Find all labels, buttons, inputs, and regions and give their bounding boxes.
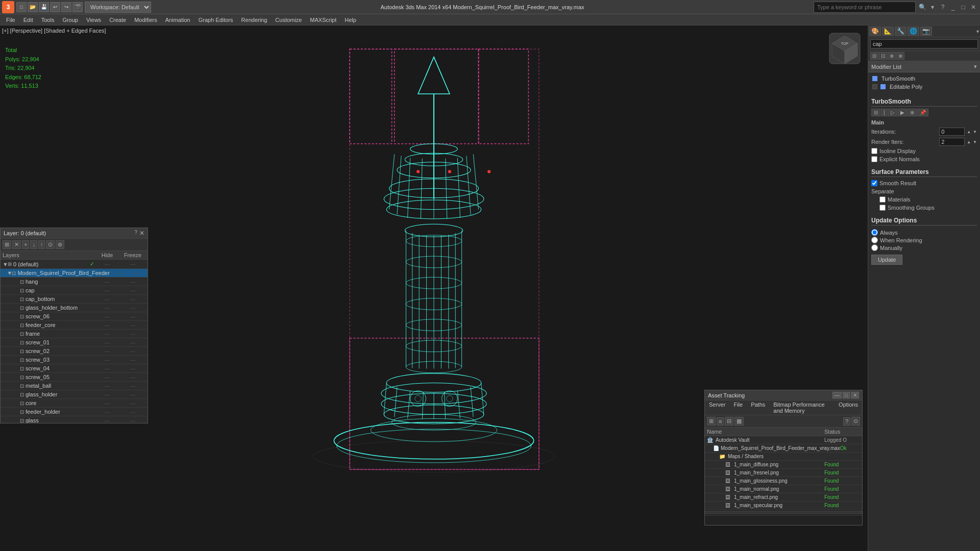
maximize-icon[interactable]: □ — [959, 3, 968, 12]
manually-radio[interactable] — [871, 244, 878, 251]
always-radio-label[interactable]: Always — [871, 229, 977, 236]
layers-icon5[interactable]: ↑ — [38, 240, 45, 249]
nav-cube[interactable]: TOP — [827, 31, 863, 66]
render-setup-btn[interactable]: 🎬 — [72, 2, 83, 12]
render-iters-up[interactable]: ▲ — [967, 140, 971, 144]
minimize-icon[interactable]: _ — [948, 3, 958, 12]
at-icon6[interactable]: ⊙ — [851, 417, 860, 425]
search-down-icon[interactable]: ▾ — [928, 3, 937, 12]
layer-item-6[interactable]: ⊡screw_06------ — [1, 312, 148, 321]
asset-item-5[interactable]: 🖼1_main_glossiness.pngFound — [705, 477, 862, 485]
layer-item-12[interactable]: ⊡screw_04------ — [1, 364, 148, 373]
asset-maximize-btn[interactable]: □ — [843, 392, 850, 398]
asset-item-0[interactable]: 🏦Autodesk VaultLogged O — [705, 436, 862, 444]
mt-icon4[interactable]: ⊗ — [896, 52, 904, 60]
object-name-input[interactable] — [870, 39, 978, 48]
menu-item-rendering[interactable]: Rendering — [237, 16, 272, 24]
ts-tb5[interactable]: ⊕ — [908, 109, 917, 116]
menu-item-edit[interactable]: Edit — [19, 16, 37, 24]
asset-close-btn[interactable]: ✕ — [851, 392, 859, 398]
at-icon5[interactable]: ? — [843, 417, 850, 425]
save-btn[interactable]: 💾 — [39, 2, 49, 12]
asset-item-4[interactable]: 🖼1_main_fresnel.pngFound — [705, 469, 862, 477]
iterations-spinner-up[interactable]: ▲ — [967, 130, 971, 134]
layer-item-17[interactable]: ⊡feeder_holder------ — [1, 408, 148, 416]
asset-scrollbar-track[interactable] — [705, 511, 862, 514]
layers-icon6[interactable]: ⊙ — [46, 240, 55, 249]
menu-item-animation[interactable]: Animation — [161, 16, 194, 24]
smoothing-groups-checkbox[interactable] — [879, 205, 886, 211]
close-icon[interactable]: ✕ — [969, 3, 978, 12]
modifier-item-editpoly[interactable]: Editable Poly — [870, 83, 978, 91]
rp-icon2[interactable]: 📐 — [882, 27, 894, 36]
when-rendering-radio-label[interactable]: When Rendering — [871, 236, 977, 244]
ts-tb2[interactable]: | — [881, 109, 888, 116]
menu-item-views[interactable]: Views — [82, 16, 105, 24]
layer-item-10[interactable]: ⊡screw_02------ — [1, 347, 148, 356]
layers-list[interactable]: ▼⊞0 (default)✓------▼⊡Modern_Squirrel_Pr… — [1, 260, 148, 423]
asset-item-3[interactable]: 🖼1_main_diffuse.pngFound — [705, 461, 862, 469]
mt-icon3[interactable]: ⊕ — [888, 52, 896, 60]
layer-item-0[interactable]: ▼⊞0 (default)✓------ — [1, 260, 148, 269]
at-icon4[interactable]: ▦ — [734, 417, 744, 425]
menu-item-help[interactable]: Help — [340, 16, 360, 24]
layer-item-13[interactable]: ⊡screw_05------ — [1, 373, 148, 382]
asset-menu-server[interactable]: Server — [705, 400, 729, 415]
menu-item-modifiers[interactable]: Modifiers — [130, 16, 161, 24]
asset-minimize-btn[interactable]: — — [832, 392, 842, 398]
ts-tb6[interactable]: 📌 — [917, 109, 928, 116]
layer-item-14[interactable]: ⊡metal_ball------ — [1, 382, 148, 390]
layer-item-9[interactable]: ⊡screw_01------ — [1, 338, 148, 347]
manually-radio-label[interactable]: Manually — [871, 244, 977, 252]
layer-item-1[interactable]: ▼⊡Modern_Squirrel_Proof_Bird_Feeder-----… — [1, 269, 148, 278]
at-icon1[interactable]: ⊞ — [707, 417, 716, 425]
asset-item-2[interactable]: 📁Maps / Shaders — [705, 453, 862, 461]
search-icon[interactable]: 🔍 — [918, 3, 927, 12]
layer-item-8[interactable]: ⊡frame------ — [1, 330, 148, 338]
menu-item-file[interactable]: File — [2, 16, 19, 24]
asset-panel-header[interactable]: Asset Tracking — □ ✕ — [705, 390, 862, 400]
asset-item-8[interactable]: 🖼1_main_specular.pngFound — [705, 502, 862, 510]
layers-icon2[interactable]: ✕ — [12, 240, 21, 249]
rp-icon3[interactable]: 🔧 — [895, 27, 906, 36]
menu-item-group[interactable]: Group — [58, 16, 82, 24]
asset-menu-options[interactable]: Options — [835, 400, 862, 415]
asset-item-6[interactable]: 🖼1_main_normal.pngFound — [705, 485, 862, 493]
mt-icon2[interactable]: ⊡ — [879, 52, 887, 60]
modifier-list-dropdown[interactable]: ▾ — [974, 63, 977, 70]
undo-btn[interactable]: ↩ — [50, 2, 60, 12]
isoline-checkbox[interactable] — [871, 148, 877, 154]
update-button[interactable]: Update — [871, 255, 902, 265]
menu-item-maxscript[interactable]: MAXScript — [306, 16, 340, 24]
asset-menu-file[interactable]: File — [729, 400, 747, 415]
layers-panel-header[interactable]: Layer: 0 (default) ? ✕ — [1, 228, 148, 239]
layers-help-btn[interactable]: ? — [134, 230, 137, 237]
ts-tb1[interactable]: ⊟ — [871, 109, 880, 116]
workspace-dropdown[interactable]: Workspace: Default — [85, 2, 151, 13]
search-input[interactable] — [814, 2, 916, 13]
rp-icon5[interactable]: 📷 — [920, 27, 932, 36]
materials-checkbox[interactable] — [879, 196, 886, 203]
layer-item-7[interactable]: ⊡feeder_core------ — [1, 321, 148, 330]
iterations-spinner-down[interactable]: ▼ — [973, 130, 977, 134]
iterations-input[interactable] — [939, 128, 965, 136]
asset-scrollbar[interactable] — [705, 510, 862, 515]
help-icon[interactable]: ? — [938, 3, 947, 12]
layers-icon4[interactable]: ↓ — [30, 240, 37, 249]
asset-menu-bitmap-performance-and-memory[interactable]: Bitmap Performance and Memory — [769, 400, 835, 415]
layer-item-15[interactable]: ⊡glass_holder------ — [1, 390, 148, 399]
rp-icon4[interactable]: 🌐 — [908, 27, 919, 36]
menu-item-tools[interactable]: Tools — [37, 16, 59, 24]
redo-btn[interactable]: ↪ — [61, 2, 71, 12]
render-iters-input[interactable] — [939, 138, 965, 146]
modifier-item-turbosmooth[interactable]: TurboSmooth — [870, 74, 978, 83]
render-iters-down[interactable]: ▼ — [973, 140, 977, 144]
layer-item-11[interactable]: ⊡screw_03------ — [1, 356, 148, 364]
new-btn[interactable]: □ — [16, 2, 27, 12]
layer-item-18[interactable]: ⊡glass------ — [1, 416, 148, 423]
mt-icon1[interactable]: ⊟ — [870, 52, 878, 60]
layers-icon3[interactable]: + — [22, 240, 29, 249]
layers-icon1[interactable]: ⊞ — [3, 240, 11, 249]
layer-item-3[interactable]: ⊡cap------ — [1, 286, 148, 295]
asset-item-1[interactable]: 📄Modern_Squirrel_Proof_Bird_Feeder_max_v… — [705, 444, 862, 453]
